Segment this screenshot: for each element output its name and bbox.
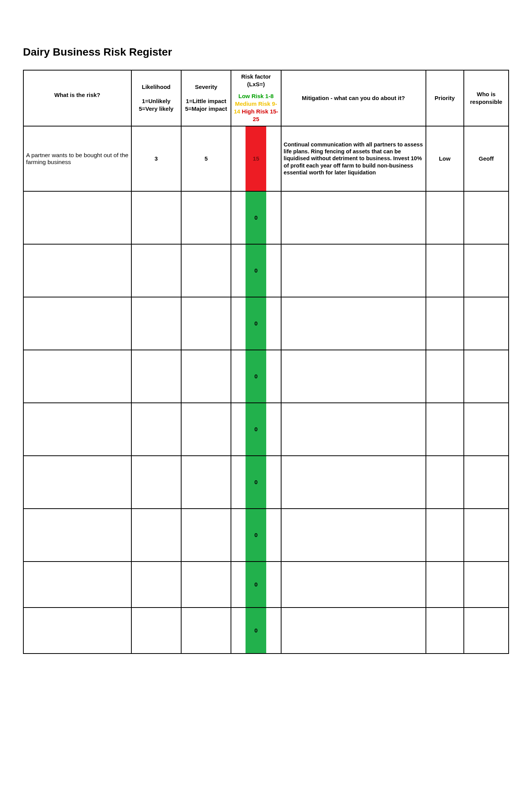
header-likelihood-sub1: 1=Unlikely (134, 97, 178, 105)
riskfactor-band: 0 (246, 245, 266, 297)
cell-responsible (464, 562, 509, 608)
header-risk-label: What is the risk? (26, 91, 129, 99)
cell-responsible (464, 297, 509, 350)
header-severity: Severity 1=Little impact 5=Major impact (181, 70, 231, 126)
cell-likelihood (131, 456, 181, 509)
cell-riskfactor: 0 (231, 350, 281, 403)
cell-severity: 5 (181, 126, 231, 191)
riskfactor-band: 0 (246, 403, 266, 455)
riskfactor-band: 0 (246, 297, 266, 350)
cell-likelihood (131, 562, 181, 608)
cell-priority (426, 562, 464, 608)
cell-responsible (464, 403, 509, 456)
cell-responsible (464, 191, 509, 244)
cell-riskfactor: 0 (231, 244, 281, 297)
table-row: 0 (23, 608, 509, 654)
table-row: 0 (23, 191, 509, 244)
cell-riskfactor: 0 (231, 403, 281, 456)
table-row: 0 (23, 350, 509, 403)
header-severity-main: Severity (184, 83, 228, 91)
header-riskfactor-high: High Risk 15-25 (242, 108, 278, 122)
riskfactor-band: 15 (246, 126, 266, 191)
cell-likelihood (131, 191, 181, 244)
cell-riskfactor: 0 (231, 456, 281, 509)
cell-risk: A partner wants to be bought out of the … (23, 126, 131, 191)
riskfactor-band: 0 (246, 350, 266, 402)
cell-riskfactor: 0 (231, 509, 281, 562)
riskfactor-band: 0 (246, 456, 266, 508)
cell-likelihood: 3 (131, 126, 181, 191)
cell-responsible (464, 350, 509, 403)
cell-mitigation: Continual communication with all partner… (281, 126, 426, 191)
header-mitigation: Mitigation - what can you do about it? (281, 70, 426, 126)
header-riskfactor-low: Low Risk 1-8 (239, 93, 274, 99)
header-riskfactor: Risk factor (LxS=) Low Risk 1-8 Medium R… (231, 70, 281, 126)
cell-risk (23, 608, 131, 654)
cell-priority (426, 456, 464, 509)
cell-risk (23, 244, 131, 297)
table-row: 0 (23, 403, 509, 456)
cell-severity (181, 403, 231, 456)
cell-risk (23, 191, 131, 244)
cell-likelihood (131, 244, 181, 297)
table-row: 0 (23, 297, 509, 350)
cell-likelihood (131, 350, 181, 403)
cell-risk (23, 509, 131, 562)
riskfactor-band: 0 (246, 509, 266, 561)
cell-responsible (464, 244, 509, 297)
header-risk: What is the risk? (23, 70, 131, 126)
header-priority: Priority (426, 70, 464, 126)
cell-severity (181, 350, 231, 403)
cell-likelihood (131, 403, 181, 456)
header-likelihood-sub2: 5=Very likely (134, 105, 178, 113)
cell-priority (426, 608, 464, 654)
riskfactor-band: 0 (246, 608, 266, 653)
cell-risk (23, 456, 131, 509)
cell-mitigation (281, 562, 426, 608)
cell-responsible: Geoff (464, 126, 509, 191)
cell-mitigation (281, 244, 426, 297)
header-riskfactor-main: Risk factor (LxS=) (234, 73, 278, 89)
cell-riskfactor: 0 (231, 562, 281, 608)
cell-responsible (464, 608, 509, 654)
cell-priority (426, 509, 464, 562)
riskfactor-band: 0 (246, 192, 266, 244)
table-row: 0 (23, 244, 509, 297)
cell-responsible (464, 456, 509, 509)
cell-riskfactor: 0 (231, 191, 281, 244)
cell-priority (426, 297, 464, 350)
cell-mitigation (281, 456, 426, 509)
table-row: 0 (23, 456, 509, 509)
riskfactor-band: 0 (246, 562, 266, 607)
cell-likelihood (131, 297, 181, 350)
cell-mitigation (281, 191, 426, 244)
cell-responsible (464, 509, 509, 562)
header-severity-sub2: 5=Major impact (184, 105, 228, 113)
cell-risk (23, 403, 131, 456)
header-severity-sub1: 1=Little impact (184, 97, 228, 105)
cell-risk (23, 350, 131, 403)
cell-mitigation (281, 608, 426, 654)
page-title: Dairy Business Risk Register (23, 46, 509, 58)
header-responsible: Who is responsible (464, 70, 509, 126)
header-likelihood-main: Likelihood (134, 83, 178, 91)
cell-severity (181, 509, 231, 562)
cell-riskfactor: 15 (231, 126, 281, 191)
cell-priority (426, 350, 464, 403)
cell-severity (181, 608, 231, 654)
cell-priority (426, 244, 464, 297)
cell-mitigation (281, 403, 426, 456)
cell-mitigation (281, 509, 426, 562)
table-header-row: What is the risk? Likelihood 1=Unlikely … (23, 70, 509, 126)
cell-risk (23, 562, 131, 608)
cell-risk (23, 297, 131, 350)
cell-severity (181, 191, 231, 244)
cell-likelihood (131, 608, 181, 654)
table-body: A partner wants to be bought out of the … (23, 126, 509, 654)
cell-priority (426, 403, 464, 456)
header-likelihood: Likelihood 1=Unlikely 5=Very likely (131, 70, 181, 126)
cell-mitigation (281, 297, 426, 350)
table-row: 0 (23, 509, 509, 562)
table-row: A partner wants to be bought out of the … (23, 126, 509, 191)
cell-riskfactor: 0 (231, 608, 281, 654)
